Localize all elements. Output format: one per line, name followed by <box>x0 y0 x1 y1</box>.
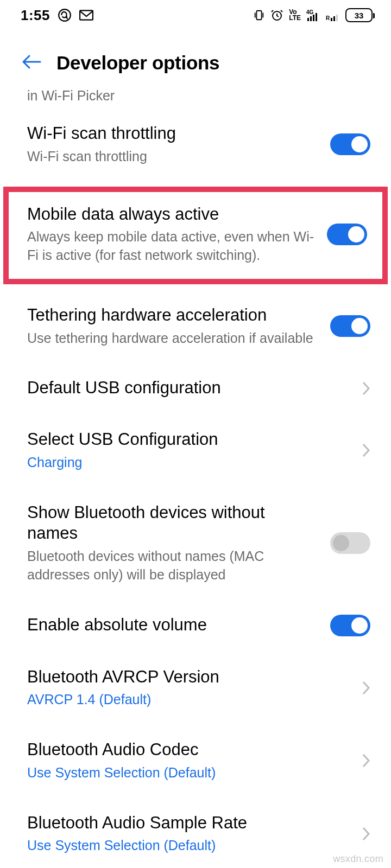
row-subtitle: Use System Selection (Default) <box>27 764 346 782</box>
row-title: Bluetooth Audio Codec <box>27 739 346 761</box>
row-title: Wi-Fi scan throttling <box>27 123 319 144</box>
toggle-mobile-data-always-active[interactable] <box>327 224 367 245</box>
settings-list[interactable]: Wi-Fi scan throttling Wi-Fi scan throttl… <box>0 108 391 868</box>
chevron-right-icon <box>362 826 370 841</box>
row-show-bt-no-names[interactable]: Show Bluetooth devices without names Blu… <box>0 487 391 599</box>
row-subtitle: Use tethering hardware acceleration if a… <box>27 329 319 348</box>
toggle-tethering-hw-accel[interactable] <box>330 315 370 337</box>
row-subtitle: Use System Selection (Default) <box>27 837 346 855</box>
svg-rect-6 <box>310 16 312 21</box>
vibrate-icon <box>253 9 265 21</box>
battery-level: 33 <box>355 11 364 20</box>
svg-rect-5 <box>307 18 309 21</box>
svg-rect-10 <box>331 18 332 21</box>
svg-rect-1 <box>80 10 93 20</box>
status-left: 1:55 <box>21 7 93 24</box>
svg-rect-11 <box>333 16 335 21</box>
status-bar: 1:55 VoLTE 4G R <box>0 0 391 30</box>
row-enable-absolute-volume[interactable]: Enable absolute volume <box>0 599 391 652</box>
chevron-right-icon <box>362 381 370 396</box>
row-subtitle: Bluetooth devices without names (MAC add… <box>27 547 319 584</box>
page-title: Developer options <box>56 52 219 74</box>
row-title: Tethering hardware acceleration <box>27 305 319 326</box>
row-tethering-hw-accel[interactable]: Tethering hardware acceleration Use teth… <box>0 290 391 363</box>
volte-icon: VoLTE <box>289 9 301 21</box>
row-subtitle: Wi-Fi scan throttling <box>27 148 319 166</box>
svg-text:4G: 4G <box>306 9 314 15</box>
row-wifi-scan-throttling[interactable]: Wi-Fi scan throttling Wi-Fi scan throttl… <box>0 108 391 181</box>
signal-r-icon: R <box>326 9 340 21</box>
row-title: Bluetooth Audio Sample Rate <box>27 813 346 834</box>
toggle-enable-absolute-volume[interactable] <box>330 615 370 636</box>
gmail-icon <box>79 10 93 21</box>
row-bt-audio-sample-rate[interactable]: Bluetooth Audio Sample Rate Use System S… <box>0 797 391 869</box>
alarm-icon <box>270 9 283 22</box>
row-title: Enable absolute volume <box>27 615 319 636</box>
toggle-wifi-scan-throttling[interactable] <box>330 133 370 155</box>
watermark: wsxdn.com <box>333 853 383 865</box>
row-subtitle: AVRCP 1.4 (Default) <box>27 691 346 709</box>
row-title: Bluetooth AVRCP Version <box>27 667 346 688</box>
partial-scrolled-text: in Wi-Fi Picker <box>0 85 391 108</box>
row-title: Show Bluetooth devices without names <box>27 502 319 545</box>
header: Developer options <box>0 30 391 85</box>
row-bt-audio-codec[interactable]: Bluetooth Audio Codec Use System Selecti… <box>0 724 391 797</box>
back-arrow-icon[interactable] <box>22 54 41 72</box>
status-time: 1:55 <box>21 7 50 24</box>
whatsapp-icon <box>58 8 72 22</box>
toggle-show-bt-no-names[interactable] <box>330 532 370 554</box>
row-subtitle: Charging <box>27 454 346 472</box>
row-title: Default USB configuration <box>27 378 346 399</box>
row-title: Mobile data always active <box>27 204 316 225</box>
row-default-usb-config[interactable]: Default USB configuration <box>0 362 391 414</box>
battery-icon: 33 <box>345 8 373 22</box>
row-select-usb-config[interactable]: Select USB Configuration Charging <box>0 414 391 487</box>
row-bt-avrcp-version[interactable]: Bluetooth AVRCP Version AVRCP 1.4 (Defau… <box>0 652 391 725</box>
svg-rect-12 <box>336 15 338 21</box>
row-subtitle: Always keep mobile data active, even whe… <box>27 228 316 265</box>
chevron-right-icon <box>362 680 370 695</box>
chevron-right-icon <box>362 443 370 458</box>
signal-4g-icon: 4G <box>306 9 320 21</box>
status-right: VoLTE 4G R 33 <box>253 8 373 22</box>
svg-rect-7 <box>313 15 314 21</box>
svg-rect-2 <box>257 11 262 20</box>
svg-text:R: R <box>326 15 330 21</box>
chevron-right-icon <box>362 753 370 768</box>
svg-point-0 <box>59 9 71 21</box>
row-title: Select USB Configuration <box>27 429 346 450</box>
svg-rect-8 <box>316 13 317 21</box>
row-mobile-data-always-active[interactable]: Mobile data always active Always keep mo… <box>3 187 388 284</box>
